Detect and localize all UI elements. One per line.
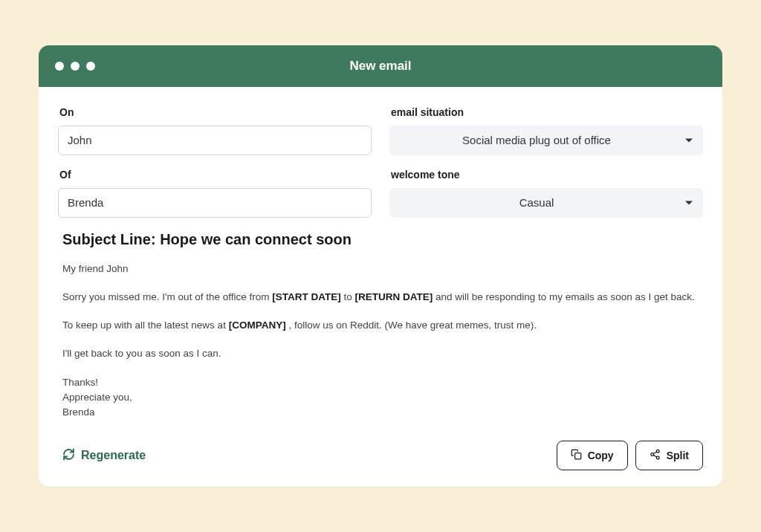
signoff-name: Brenda (62, 405, 699, 420)
on-label: On (59, 106, 372, 118)
window-title: New email (349, 59, 411, 74)
placeholder-return-date: [RETURN DATE] (354, 291, 433, 302)
regenerate-label: Regenerate (81, 449, 146, 462)
placeholder-start-date: [START DATE] (272, 291, 340, 302)
svg-rect-0 (574, 453, 580, 459)
signoff-thanks: Thanks! (62, 375, 699, 390)
of-label: Of (59, 169, 372, 181)
email-body: My friend John Sorry you missed me. I'm … (62, 262, 699, 421)
copy-label: Copy (588, 450, 614, 461)
subject-prefix: Subject Line: (62, 231, 160, 247)
content: On email situation Social media plug out… (39, 87, 722, 487)
titlebar: New email (39, 45, 722, 87)
window-controls (55, 62, 95, 71)
svg-line-4 (653, 455, 656, 457)
window-minimize-icon[interactable] (71, 62, 80, 71)
greeting: My friend John (62, 262, 699, 276)
tone-select[interactable]: Casual (389, 188, 703, 218)
signoff-appreciation: Appreciate you, (62, 390, 699, 405)
paragraph-ooo: Sorry you missed me. I'm out of the offi… (62, 290, 699, 305)
split-label: Split (667, 450, 689, 461)
window-close-icon[interactable] (55, 62, 64, 71)
svg-line-5 (653, 452, 656, 453)
action-buttons: Copy Split (557, 441, 703, 470)
regenerate-button[interactable]: Regenerate (62, 445, 146, 467)
subject-text: Hope we can connect soon (160, 231, 352, 247)
situation-label: email situation (391, 106, 703, 118)
on-input[interactable] (58, 126, 372, 155)
copy-button[interactable]: Copy (557, 441, 628, 470)
split-button[interactable]: Split (635, 441, 703, 470)
footer: Regenerate Copy (58, 441, 703, 470)
of-input[interactable] (58, 188, 372, 218)
paragraph-closing: I'll get back to you as soon as I can. (62, 346, 699, 361)
window-maximize-icon[interactable] (86, 62, 95, 71)
situation-select[interactable]: Social media plug out of office (389, 126, 703, 155)
paragraph-social: To keep up with all the latest news at [… (62, 318, 699, 333)
subject-line: Subject Line: Hope we can connect soon (62, 231, 703, 248)
share-icon (650, 449, 661, 462)
tone-label: welcome tone (391, 169, 703, 181)
email-composer-window: New email On email situation Social medi… (39, 45, 722, 487)
copy-icon (571, 449, 582, 462)
regenerate-icon (62, 448, 75, 464)
placeholder-company: [COMPANY] (229, 319, 286, 331)
